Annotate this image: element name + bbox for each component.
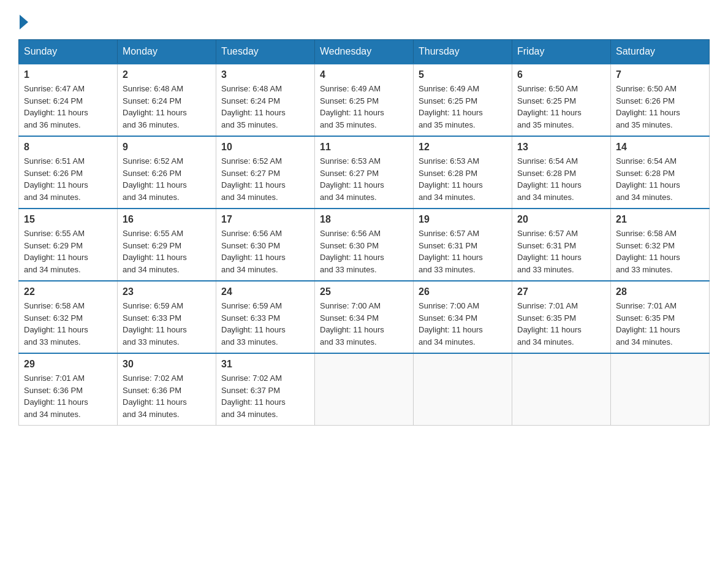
- day-info: Sunrise: 6:56 AMSunset: 6:30 PMDaylight:…: [221, 228, 309, 275]
- day-info: Sunrise: 7:01 AMSunset: 6:35 PMDaylight:…: [517, 300, 605, 348]
- calendar-week-row: 15Sunrise: 6:55 AMSunset: 6:29 PMDayligh…: [19, 209, 710, 281]
- day-info: Sunrise: 6:59 AMSunset: 6:33 PMDaylight:…: [221, 300, 309, 348]
- day-info: Sunrise: 6:52 AMSunset: 6:26 PMDaylight:…: [123, 155, 211, 203]
- day-number: 3: [221, 69, 309, 80]
- calendar-cell: 17Sunrise: 6:56 AMSunset: 6:30 PMDayligh…: [216, 209, 315, 281]
- day-info: Sunrise: 7:02 AMSunset: 6:36 PMDaylight:…: [123, 372, 211, 420]
- day-info: Sunrise: 6:56 AMSunset: 6:30 PMDaylight:…: [320, 228, 408, 275]
- col-header-friday: Friday: [512, 40, 611, 64]
- day-info: Sunrise: 6:57 AMSunset: 6:31 PMDaylight:…: [419, 228, 507, 275]
- day-number: 13: [517, 142, 605, 153]
- col-header-monday: Monday: [118, 40, 216, 64]
- day-number: 8: [24, 142, 112, 153]
- day-number: 23: [123, 286, 211, 297]
- page-header: [18, 12, 710, 27]
- day-number: 15: [24, 214, 112, 225]
- day-number: 7: [616, 69, 704, 80]
- day-number: 24: [221, 286, 309, 297]
- calendar-cell: 24Sunrise: 6:59 AMSunset: 6:33 PMDayligh…: [216, 281, 315, 353]
- day-info: Sunrise: 6:51 AMSunset: 6:26 PMDaylight:…: [24, 155, 112, 203]
- day-info: Sunrise: 6:48 AMSunset: 6:24 PMDaylight:…: [123, 83, 211, 131]
- col-header-thursday: Thursday: [414, 40, 512, 64]
- day-info: Sunrise: 7:00 AMSunset: 6:34 PMDaylight:…: [320, 300, 408, 348]
- day-number: 29: [24, 359, 112, 370]
- day-number: 20: [517, 214, 605, 225]
- day-number: 21: [616, 214, 704, 225]
- day-info: Sunrise: 7:02 AMSunset: 6:37 PMDaylight:…: [221, 372, 309, 420]
- calendar-cell: 10Sunrise: 6:52 AMSunset: 6:27 PMDayligh…: [216, 136, 315, 209]
- calendar-cell: 19Sunrise: 6:57 AMSunset: 6:31 PMDayligh…: [414, 209, 512, 281]
- calendar-cell: 20Sunrise: 6:57 AMSunset: 6:31 PMDayligh…: [512, 209, 611, 281]
- calendar-cell: 28Sunrise: 7:01 AMSunset: 6:35 PMDayligh…: [611, 281, 710, 353]
- calendar-cell: 15Sunrise: 6:55 AMSunset: 6:29 PMDayligh…: [19, 209, 118, 281]
- day-number: 25: [320, 286, 408, 297]
- calendar-week-row: 29Sunrise: 7:01 AMSunset: 6:36 PMDayligh…: [19, 353, 710, 426]
- calendar-cell: 22Sunrise: 6:58 AMSunset: 6:32 PMDayligh…: [19, 281, 118, 353]
- calendar-cell: 27Sunrise: 7:01 AMSunset: 6:35 PMDayligh…: [512, 281, 611, 353]
- day-number: 22: [24, 286, 112, 297]
- day-number: 10: [221, 142, 309, 153]
- calendar-week-row: 1Sunrise: 6:47 AMSunset: 6:24 PMDaylight…: [19, 64, 710, 136]
- calendar-cell: 25Sunrise: 7:00 AMSunset: 6:34 PMDayligh…: [315, 281, 414, 353]
- calendar-cell: 21Sunrise: 6:58 AMSunset: 6:32 PMDayligh…: [611, 209, 710, 281]
- day-number: 11: [320, 142, 408, 153]
- day-info: Sunrise: 7:01 AMSunset: 6:36 PMDaylight:…: [24, 372, 112, 420]
- day-number: 16: [123, 214, 211, 225]
- calendar-table: SundayMondayTuesdayWednesdayThursdayFrid…: [18, 39, 710, 426]
- day-number: 26: [419, 286, 507, 297]
- calendar-week-row: 22Sunrise: 6:58 AMSunset: 6:32 PMDayligh…: [19, 281, 710, 353]
- day-info: Sunrise: 6:54 AMSunset: 6:28 PMDaylight:…: [616, 155, 704, 203]
- logo: [18, 12, 28, 27]
- calendar-cell: 29Sunrise: 7:01 AMSunset: 6:36 PMDayligh…: [19, 353, 118, 426]
- day-info: Sunrise: 6:58 AMSunset: 6:32 PMDaylight:…: [24, 300, 112, 348]
- calendar-cell: 26Sunrise: 7:00 AMSunset: 6:34 PMDayligh…: [414, 281, 512, 353]
- calendar-cell: 12Sunrise: 6:53 AMSunset: 6:28 PMDayligh…: [414, 136, 512, 209]
- day-number: 27: [517, 286, 605, 297]
- day-info: Sunrise: 6:55 AMSunset: 6:29 PMDaylight:…: [24, 228, 112, 275]
- col-header-sunday: Sunday: [19, 40, 118, 64]
- day-info: Sunrise: 6:50 AMSunset: 6:26 PMDaylight:…: [616, 83, 704, 131]
- day-info: Sunrise: 6:57 AMSunset: 6:31 PMDaylight:…: [517, 228, 605, 275]
- calendar-cell: 16Sunrise: 6:55 AMSunset: 6:29 PMDayligh…: [118, 209, 216, 281]
- calendar-cell: 13Sunrise: 6:54 AMSunset: 6:28 PMDayligh…: [512, 136, 611, 209]
- col-header-tuesday: Tuesday: [216, 40, 315, 64]
- day-info: Sunrise: 6:54 AMSunset: 6:28 PMDaylight:…: [517, 155, 605, 203]
- day-number: 14: [616, 142, 704, 153]
- calendar-cell: [611, 353, 710, 426]
- calendar-cell: 23Sunrise: 6:59 AMSunset: 6:33 PMDayligh…: [118, 281, 216, 353]
- day-info: Sunrise: 6:58 AMSunset: 6:32 PMDaylight:…: [616, 228, 704, 275]
- day-info: Sunrise: 6:52 AMSunset: 6:27 PMDaylight:…: [221, 155, 309, 203]
- day-number: 6: [517, 69, 605, 80]
- day-info: Sunrise: 6:47 AMSunset: 6:24 PMDaylight:…: [24, 83, 112, 131]
- calendar-cell: 2Sunrise: 6:48 AMSunset: 6:24 PMDaylight…: [118, 64, 216, 136]
- calendar-cell: 7Sunrise: 6:50 AMSunset: 6:26 PMDaylight…: [611, 64, 710, 136]
- day-info: Sunrise: 6:48 AMSunset: 6:24 PMDaylight:…: [221, 83, 309, 131]
- day-info: Sunrise: 6:50 AMSunset: 6:25 PMDaylight:…: [517, 83, 605, 131]
- calendar-cell: 11Sunrise: 6:53 AMSunset: 6:27 PMDayligh…: [315, 136, 414, 209]
- day-info: Sunrise: 7:00 AMSunset: 6:34 PMDaylight:…: [419, 300, 507, 348]
- day-info: Sunrise: 6:59 AMSunset: 6:33 PMDaylight:…: [123, 300, 211, 348]
- col-header-wednesday: Wednesday: [315, 40, 414, 64]
- day-info: Sunrise: 6:53 AMSunset: 6:28 PMDaylight:…: [419, 155, 507, 203]
- day-number: 18: [320, 214, 408, 225]
- day-number: 12: [419, 142, 507, 153]
- day-number: 1: [24, 69, 112, 80]
- calendar-cell: 30Sunrise: 7:02 AMSunset: 6:36 PMDayligh…: [118, 353, 216, 426]
- day-number: 4: [320, 69, 408, 80]
- calendar-cell: 6Sunrise: 6:50 AMSunset: 6:25 PMDaylight…: [512, 64, 611, 136]
- day-number: 19: [419, 214, 507, 225]
- calendar-cell: 4Sunrise: 6:49 AMSunset: 6:25 PMDaylight…: [315, 64, 414, 136]
- day-number: 9: [123, 142, 211, 153]
- calendar-week-row: 8Sunrise: 6:51 AMSunset: 6:26 PMDaylight…: [19, 136, 710, 209]
- day-info: Sunrise: 6:49 AMSunset: 6:25 PMDaylight:…: [320, 83, 408, 131]
- calendar-cell: 3Sunrise: 6:48 AMSunset: 6:24 PMDaylight…: [216, 64, 315, 136]
- day-info: Sunrise: 6:53 AMSunset: 6:27 PMDaylight:…: [320, 155, 408, 203]
- calendar-cell: [315, 353, 414, 426]
- day-info: Sunrise: 6:49 AMSunset: 6:25 PMDaylight:…: [419, 83, 507, 131]
- calendar-cell: [512, 353, 611, 426]
- day-number: 31: [221, 359, 309, 370]
- day-info: Sunrise: 7:01 AMSunset: 6:35 PMDaylight:…: [616, 300, 704, 348]
- calendar-header: SundayMondayTuesdayWednesdayThursdayFrid…: [19, 40, 710, 64]
- calendar-cell: 5Sunrise: 6:49 AMSunset: 6:25 PMDaylight…: [414, 64, 512, 136]
- calendar-cell: 18Sunrise: 6:56 AMSunset: 6:30 PMDayligh…: [315, 209, 414, 281]
